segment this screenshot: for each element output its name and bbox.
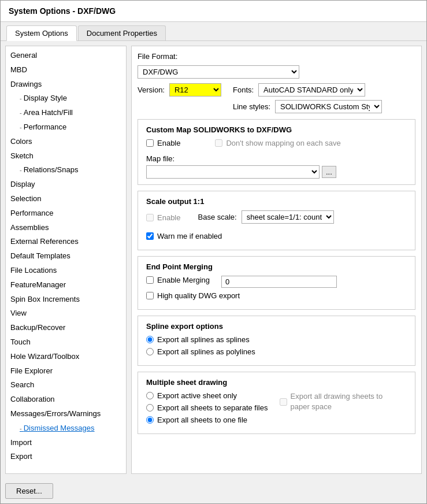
- export-paper-row: Export all drawing sheets to paper space: [280, 391, 383, 412]
- sidebar-item-backup-recover[interactable]: Backup/Recover: [6, 321, 126, 335]
- fonts-label: Fonts:: [233, 86, 254, 94]
- sidebar-item-messages[interactable]: Messages/Errors/Warnings: [6, 407, 126, 421]
- base-scale-select[interactable]: sheet scale=1/1: count=1: [242, 210, 334, 224]
- file-format-row: File Format:: [138, 52, 415, 61]
- version-label: Version:: [138, 86, 165, 94]
- sidebar-item-colors[interactable]: Colors: [6, 135, 126, 149]
- custom-map-enable-checkbox[interactable]: [146, 139, 154, 147]
- spline-option2-radio[interactable]: [146, 348, 154, 355]
- enable-merging-checkbox[interactable]: [146, 276, 154, 284]
- custom-map-title: Custom Map SOLIDWORKS to DXF/DWG: [146, 125, 407, 134]
- warn-checkbox[interactable]: [146, 232, 154, 240]
- sidebar-item-spin-box[interactable]: Spin Box Increments: [6, 292, 126, 307]
- version-row: Version: R12: [138, 83, 221, 97]
- spline-option1-label: Export all splines as splines: [157, 335, 250, 344]
- endpoint-merging-title: End Point Merging: [146, 262, 407, 271]
- sidebar-item-selection[interactable]: Selection: [6, 192, 126, 206]
- base-scale-row: Base scale: sheet scale=1/1: count=1: [198, 210, 333, 224]
- spline-title: Spline export options: [146, 322, 407, 331]
- sidebar-item-drawings[interactable]: Drawings: [6, 77, 126, 92]
- fonts-select[interactable]: AutoCAD STANDARD only: [258, 83, 365, 97]
- map-file-select[interactable]: [146, 165, 320, 179]
- sidebar-item-mbd[interactable]: MBD: [6, 63, 126, 77]
- sidebar-item-default-templates[interactable]: Default Templates: [6, 249, 126, 264]
- sidebar-item-display[interactable]: Display: [6, 177, 126, 192]
- browse-button[interactable]: ...: [322, 166, 336, 178]
- footer: Reset...: [1, 479, 426, 503]
- scale-output-title: Scale output 1:1: [146, 197, 407, 206]
- scale-enable-checkbox: [146, 214, 154, 221]
- sidebar-item-assemblies[interactable]: Assemblies: [6, 221, 126, 235]
- sheet-option3-radio[interactable]: [146, 416, 154, 424]
- export-paper-checkbox: [280, 398, 287, 406]
- sidebar-item-general[interactable]: General: [6, 49, 126, 63]
- scale-enable-row: Enable: [146, 213, 180, 222]
- sidebar-item-display-style[interactable]: Display Style: [6, 91, 126, 106]
- endpoint-value-input[interactable]: [221, 276, 337, 288]
- spline-option1-radio[interactable]: [146, 336, 154, 343]
- sheet-option2-radio[interactable]: [146, 404, 154, 412]
- custom-map-section: Custom Map SOLIDWORKS to DXF/DWG Enable …: [138, 119, 415, 185]
- map-file-label: Map file:: [146, 154, 174, 163]
- multiple-sheet-title: Multiple sheet drawing: [146, 378, 407, 387]
- warn-label: Warn me if enabled: [157, 232, 222, 240]
- scale-enable-label: Enable: [157, 213, 180, 222]
- sidebar-item-area-hatch[interactable]: Area Hatch/Fill: [6, 106, 126, 120]
- high-quality-label: High quality DWG export: [157, 291, 240, 300]
- sheet-option3-label: Export all sheets to one file: [157, 416, 247, 424]
- title-bar: System Options - DXF/DWG: [1, 1, 426, 22]
- content-area: General MBD Drawings Display Style Area …: [1, 41, 426, 479]
- base-scale-label: Base scale:: [198, 213, 236, 221]
- sidebar-item-touch[interactable]: Touch: [6, 335, 126, 350]
- map-file-row: Map file:: [146, 154, 407, 163]
- sidebar-item-collaboration[interactable]: Collaboration: [6, 392, 126, 407]
- sidebar-item-feature-manager[interactable]: FeatureManager: [6, 278, 126, 292]
- sidebar-item-hole-wizard[interactable]: Hole Wizard/Toolbox: [6, 350, 126, 364]
- file-format-label: File Format:: [138, 52, 177, 61]
- sheet-option1-radio[interactable]: [146, 392, 154, 399]
- high-quality-checkbox[interactable]: [146, 292, 154, 299]
- sidebar-item-view[interactable]: View: [6, 306, 126, 321]
- line-styles-label: Line styles:: [233, 102, 270, 111]
- sheet-option2-label: Export all sheets to separate files: [157, 403, 268, 412]
- sidebar-item-import[interactable]: Import: [6, 436, 126, 450]
- custom-map-enable-row: Enable: [146, 139, 180, 147]
- version-select[interactable]: R12: [169, 83, 221, 97]
- main-window: System Options - DXF/DWG System Options …: [0, 0, 427, 504]
- sidebar-item-performance[interactable]: Performance: [6, 206, 126, 221]
- sidebar-item-file-locations[interactable]: File Locations: [6, 264, 126, 278]
- warn-row: Warn me if enabled: [146, 232, 407, 240]
- tab-bar: System Options Document Properties: [1, 22, 426, 41]
- sidebar-item-sketch[interactable]: Sketch: [6, 149, 126, 164]
- custom-map-enable-label: Enable: [157, 139, 180, 147]
- fonts-linestyles-col: Fonts: AutoCAD STANDARD only Line styles…: [233, 83, 382, 113]
- main-panel: File Format: DXF/DWG Version: R12 Fonts:: [131, 46, 422, 474]
- sidebar-item-file-explorer[interactable]: File Explorer: [6, 364, 126, 379]
- high-quality-row: High quality DWG export: [146, 291, 407, 300]
- sidebar-item-search[interactable]: Search: [6, 378, 126, 392]
- sidebar-item-relations-snaps[interactable]: Relations/Snaps: [6, 163, 126, 177]
- dont-show-checkbox: [215, 139, 222, 147]
- sidebar-item-performance-drawings[interactable]: Performance: [6, 120, 126, 135]
- spline-option2-label: Export all splines as polylines: [157, 347, 255, 356]
- sheet-option1-label: Export active sheet only: [157, 391, 237, 400]
- sidebar-item-external-references[interactable]: External References: [6, 235, 126, 249]
- fonts-row: Fonts: AutoCAD STANDARD only: [233, 83, 382, 97]
- file-format-select[interactable]: DXF/DWG: [138, 65, 299, 79]
- sheet-option2-row: Export all sheets to separate files: [146, 403, 268, 412]
- file-format-select-row: DXF/DWG: [138, 65, 415, 79]
- map-file-select-row: ...: [146, 165, 407, 179]
- tab-document-properties[interactable]: Document Properties: [78, 25, 166, 40]
- line-styles-select[interactable]: SOLIDWORKS Custom Styles: [275, 100, 382, 113]
- multiple-sheet-right: Export all drawing sheets to paper space: [280, 391, 383, 428]
- sidebar-item-export[interactable]: Export: [6, 450, 126, 464]
- enable-merging-label: Enable Merging: [157, 276, 210, 284]
- sidebar-item-dismissed-messages[interactable]: Dismissed Messages: [6, 421, 126, 436]
- enable-merging-row: Enable Merging: [146, 276, 210, 284]
- sheet-option1-row: Export active sheet only: [146, 391, 268, 400]
- tab-system-options[interactable]: System Options: [6, 25, 77, 41]
- scale-output-section: Scale output 1:1 Enable Base scale: shee…: [138, 191, 415, 250]
- endpoint-merging-section: End Point Merging Enable Merging High qu…: [138, 256, 415, 310]
- sidebar: General MBD Drawings Display Style Area …: [5, 46, 127, 474]
- reset-button[interactable]: Reset...: [5, 483, 53, 499]
